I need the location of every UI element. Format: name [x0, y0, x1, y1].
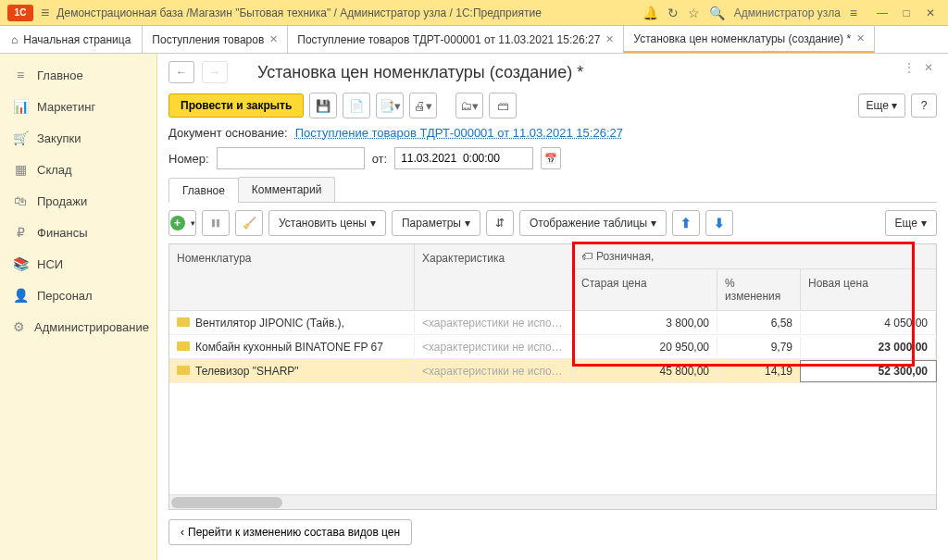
content-area: ← → Установка цен номенклатуры (создание… [157, 54, 948, 560]
col-percent-change[interactable]: % изменения [717, 269, 801, 310]
clear-button[interactable]: 🧹 [235, 210, 263, 236]
sidebar-item-warehouse[interactable]: ▦Склад [0, 154, 156, 185]
col-nomenclature[interactable]: Номенклатура [169, 244, 415, 310]
close-icon[interactable]: ✕ [856, 32, 865, 44]
sidebar-item-marketing[interactable]: 📊Маркетинг [0, 91, 156, 122]
submit-close-button[interactable]: Провести и закрыть [168, 93, 304, 118]
table-display-button[interactable]: Отображение таблицы▾ [519, 210, 667, 236]
close-page-icon[interactable]: ✕ [924, 61, 933, 74]
post-button[interactable]: 📄 [343, 93, 370, 118]
close-icon[interactable]: ✕ [605, 33, 614, 45]
bag-icon: 🛍 [13, 193, 28, 208]
attach-button[interactable]: 🗃 [489, 93, 517, 118]
tab-receipt-doc[interactable]: Поступление товаров ТДРТ-000001 от 11.03… [288, 26, 624, 53]
sidebar-item-purchases[interactable]: 🛒Закупки [0, 122, 156, 154]
scrollbar-thumb[interactable] [171, 497, 282, 508]
close-button[interactable]: ✕ [920, 5, 941, 21]
bell-icon[interactable]: 🔔 [642, 6, 658, 20]
cell-nomenclature[interactable]: Комбайн кухонный BINATONE FP 67 [169, 337, 415, 357]
tab-price-setting[interactable]: Установка цен номенклатуры (создание) * … [624, 26, 875, 53]
col-characteristic[interactable]: Характеристика [415, 244, 574, 310]
date-label: от: [372, 152, 388, 166]
barcode-button[interactable]: ⦀⦀ [202, 210, 230, 236]
history-icon[interactable]: ↻ [667, 6, 679, 20]
cell-old-price[interactable]: 3 800,00 [574, 313, 717, 333]
sidebar-item-main[interactable]: ≡Главное [0, 59, 156, 91]
arrow-down-icon: ⬇ [714, 216, 725, 230]
cell-characteristic[interactable]: <характеристики не использ... [415, 337, 574, 357]
settings-icon[interactable]: ≡ [850, 6, 857, 20]
maximize-button[interactable]: □ [896, 5, 917, 21]
add-row-button[interactable]: +▾ [168, 210, 196, 236]
sidebar-item-sales[interactable]: 🛍Продажи [0, 185, 156, 217]
cell-percent[interactable]: 9,79 [717, 337, 801, 357]
cell-new-price[interactable]: 4 050,00 [801, 313, 936, 333]
price-type-header[interactable]: 🏷Розничная, [574, 244, 936, 269]
move-down-button[interactable]: ⬇ [705, 210, 733, 236]
chevron-down-icon: ▾ [191, 218, 195, 228]
kebab-icon[interactable]: ⋮ [904, 61, 915, 74]
chevron-down-icon: ▾ [921, 217, 927, 230]
cell-characteristic[interactable]: <характеристики не использ... [415, 361, 574, 381]
home-tab[interactable]: ⌂ Начальная страница [0, 26, 143, 53]
sidebar-item-finance[interactable]: ₽Финансы [0, 217, 156, 248]
sidebar-item-personnel[interactable]: 👤Персонал [0, 280, 156, 311]
home-tab-label: Начальная страница [23, 33, 131, 46]
help-button[interactable]: ? [911, 93, 937, 118]
forward-button[interactable]: → [202, 61, 228, 83]
create-based-button[interactable]: 📑▾ [376, 93, 404, 118]
report-button[interactable]: 🗂▾ [455, 93, 483, 118]
ruble-icon: ₽ [13, 225, 28, 240]
col-new-price[interactable]: Новая цена [801, 269, 936, 310]
cell-nomenclature[interactable]: Вентилятор JIPONIC (Тайв.), [169, 313, 415, 333]
sidebar-item-admin[interactable]: ⚙Администрирование [0, 311, 156, 342]
cell-nomenclature[interactable]: Телевизор "SHARP" [169, 361, 415, 381]
close-icon[interactable]: ✕ [269, 33, 278, 45]
table-row[interactable]: Комбайн кухонный BINATONE FP 67 <характе… [169, 335, 936, 359]
cart-icon: 🛒 [13, 131, 28, 145]
cell-percent[interactable]: 14,19 [717, 361, 801, 381]
back-button[interactable]: ← [168, 61, 194, 83]
move-up-button[interactable]: ⬆ [672, 210, 700, 236]
tab-receipts[interactable]: Поступления товаров ✕ [143, 26, 288, 53]
more-button[interactable]: Еще▾ [858, 93, 905, 118]
doc-base-link[interactable]: Поступление товаров ТДРТ-000001 от 11.03… [295, 126, 623, 140]
user-label[interactable]: Администратор узла [734, 6, 841, 19]
number-row: Номер: от: 📅 [168, 147, 937, 169]
tab-label: Установка цен номенклатуры (создание) * [633, 32, 851, 45]
arrow-up-icon: ⬆ [680, 216, 692, 230]
pricetype-icon: 🏷 [581, 250, 592, 263]
cell-new-price[interactable]: 23 000,00 [801, 337, 936, 357]
page-actions: ⋮ ✕ [904, 61, 933, 74]
table-row[interactable]: Телевизор "SHARP" <характеристики не исп… [169, 359, 936, 383]
folder-icon [177, 342, 190, 351]
sidebar-item-label: НСИ [37, 257, 63, 271]
save-button[interactable]: 💾 [309, 93, 337, 118]
tab-main[interactable]: Главное [168, 178, 239, 203]
horizontal-scrollbar[interactable] [169, 494, 936, 509]
date-input[interactable] [394, 147, 533, 169]
books-icon: 📚 [13, 256, 28, 271]
cell-percent[interactable]: 6,58 [717, 313, 801, 333]
expand-button[interactable]: ⇵ [486, 210, 514, 236]
cell-new-price-editing[interactable]: 52 300,00 [801, 361, 936, 381]
cell-old-price[interactable]: 45 800,00 [574, 361, 717, 381]
number-input[interactable] [217, 147, 365, 169]
cell-characteristic[interactable]: <характеристики не использ... [415, 313, 574, 333]
search-icon[interactable]: 🔍 [709, 6, 725, 20]
star-icon[interactable]: ☆ [688, 6, 700, 20]
params-button[interactable]: Параметры▾ [392, 210, 480, 236]
hamburger-icon[interactable]: ≡ [41, 5, 49, 21]
set-prices-button[interactable]: Установить цены▾ [268, 210, 386, 236]
cell-old-price[interactable]: 20 950,00 [574, 337, 717, 357]
sidebar-item-nsi[interactable]: 📚НСИ [0, 248, 156, 280]
print-button[interactable]: 🖨▾ [409, 93, 437, 118]
table-more-button[interactable]: Еще▾ [885, 210, 937, 236]
col-old-price[interactable]: Старая цена [574, 269, 717, 310]
table-empty-space [169, 383, 936, 494]
table-row[interactable]: Вентилятор JIPONIC (Тайв.), <характерист… [169, 311, 936, 335]
tab-comment[interactable]: Комментарий [238, 177, 336, 202]
change-price-types-button[interactable]: ‹ Перейти к изменению состава видов цен [168, 519, 412, 545]
minimize-button[interactable]: — [872, 5, 892, 21]
calendar-icon[interactable]: 📅 [541, 147, 561, 169]
